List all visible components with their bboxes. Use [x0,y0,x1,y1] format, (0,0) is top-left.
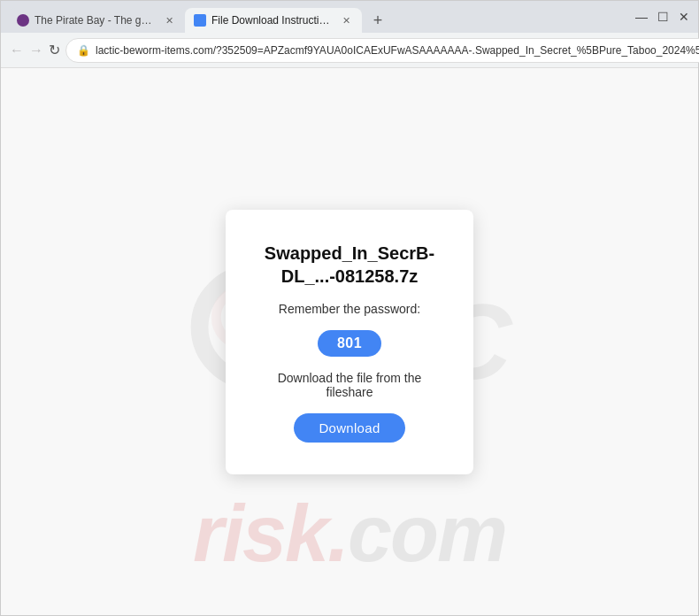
file-title: Swapped_In_SecrB-DL_...-081258.7z [265,242,434,288]
title-bar: The Pirate Bay - The galaxy's m... ✕ Fil… [1,1,698,33]
watermark-risk: risk. [193,489,348,580]
address-bar: ← → ↻ 🔒 lactic-beworm-items.com/?352509=… [1,33,698,68]
fileshare-label: Download the file from the fileshare [268,371,431,399]
download-card: Swapped_In_SecrB-DL_...-081258.7z Rememb… [226,210,473,474]
watermark-riskcom: risk. com [193,489,506,580]
url-text: lactic-beworm-items.com/?352509=APZacmf9… [96,44,699,57]
tab-piratebay-favicon [17,14,29,27]
close-button[interactable]: ✕ [677,10,691,24]
minimize-button[interactable]: — [634,10,649,24]
tab-filedownload[interactable]: File Download Instructions for ... ✕ [185,8,362,33]
tab-piratebay-close[interactable]: ✕ [162,13,176,27]
tab-filedownload-label: File Download Instructions for ... [211,14,334,27]
watermark-com: com [348,489,506,580]
new-tab-button[interactable]: + [365,8,390,33]
tab-piratebay[interactable]: The Pirate Bay - The galaxy's m... ✕ [8,8,185,33]
url-input[interactable]: 🔒 lactic-beworm-items.com/?352509=APZacm… [65,38,699,63]
maximize-button[interactable]: ☐ [656,10,670,24]
password-label: Remember the password: [279,302,420,316]
browser-frame: The Pirate Bay - The galaxy's m... ✕ Fil… [0,0,699,616]
password-badge: 801 [318,330,381,357]
reload-button[interactable]: ↻ [49,38,60,63]
tab-bar: The Pirate Bay - The galaxy's m... ✕ Fil… [8,1,624,33]
page-content: PC risk. com Swapped_In_SecrB-DL_...-081… [1,68,698,615]
window-controls: — ☐ ✕ [634,10,691,24]
forward-button[interactable]: → [29,38,43,63]
tab-piratebay-label: The Pirate Bay - The galaxy's m... [35,14,157,27]
tab-filedownload-favicon [194,14,206,27]
lock-icon: 🔒 [77,44,90,57]
back-button[interactable]: ← [10,38,24,63]
download-button[interactable]: Download [294,413,404,443]
tab-filedownload-close[interactable]: ✕ [339,13,353,27]
